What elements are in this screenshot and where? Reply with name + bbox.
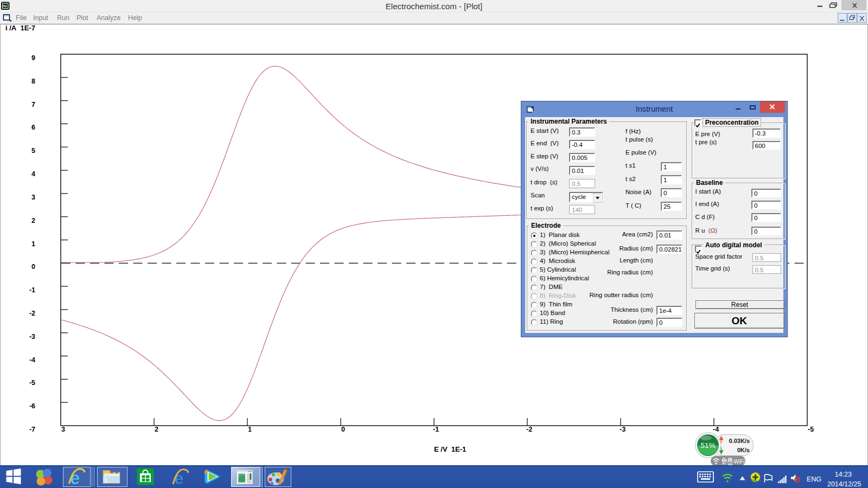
svg-text:-2: -2	[526, 426, 532, 433]
svg-text:ENG: ENG	[807, 476, 821, 483]
svg-text:-6: -6	[29, 402, 35, 410]
svg-text:-4: -4	[29, 356, 35, 364]
svg-text:8: 8	[31, 78, 35, 85]
svg-text:2: 2	[31, 217, 35, 224]
svg-text:-7: -7	[29, 426, 35, 433]
svg-text:-2: -2	[29, 310, 35, 317]
svg-text:1: 1	[248, 426, 252, 433]
svg-text:0: 0	[31, 263, 35, 271]
svg-text:2: 2	[155, 426, 158, 433]
svg-text:9: 9	[31, 54, 35, 62]
svg-text:3: 3	[61, 426, 65, 433]
svg-text:7: 7	[31, 101, 35, 108]
svg-text:0: 0	[341, 426, 345, 433]
svg-text:51%: 51%	[700, 441, 715, 450]
svg-text:5: 5	[31, 147, 35, 155]
svg-text:3: 3	[31, 194, 35, 201]
svg-text:-1: -1	[29, 286, 35, 294]
svg-text:2014/12/25: 2014/12/25	[827, 480, 861, 488]
svg-text:E /V 1E-1: E /V 1E-1	[434, 445, 466, 453]
svg-text:WiFi: WiFi	[734, 459, 745, 465]
svg-text:-3: -3	[29, 333, 35, 341]
svg-text:i /A 1E-7: i /A 1E-7	[5, 24, 35, 32]
svg-text:6: 6	[31, 124, 35, 131]
svg-text:0K/s: 0K/s	[737, 447, 750, 453]
svg-text:-1: -1	[433, 426, 439, 433]
svg-text:-3: -3	[620, 426, 626, 433]
svg-text:4: 4	[31, 170, 35, 178]
svg-text:0.03K/s: 0.03K/s	[729, 438, 750, 444]
svg-text:-5: -5	[29, 379, 35, 387]
svg-text:1: 1	[31, 240, 35, 248]
svg-text:14:23: 14:23	[835, 471, 852, 478]
